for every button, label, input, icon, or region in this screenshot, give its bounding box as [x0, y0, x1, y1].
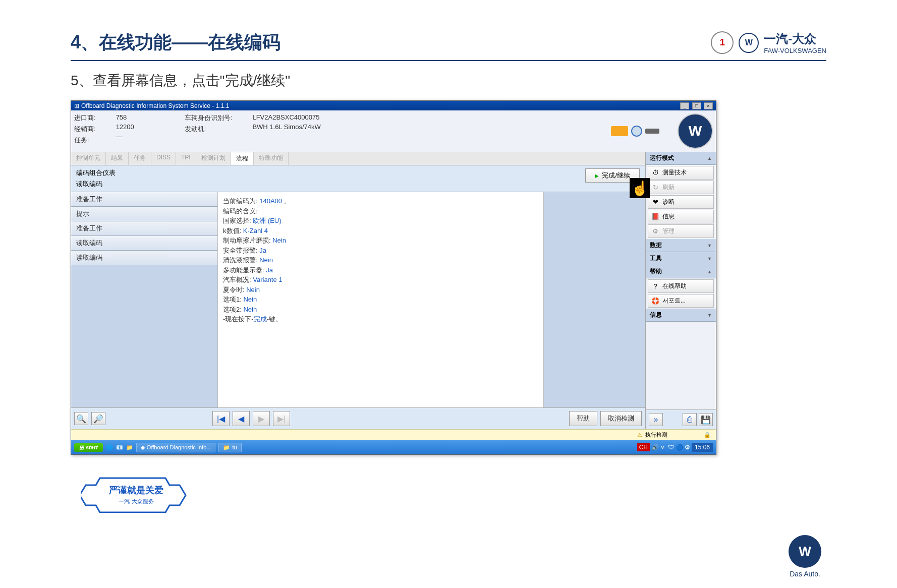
mode-header[interactable]: 运行模式 ▲: [646, 152, 716, 165]
detail-line: k数值: K-Zahl 4: [223, 226, 538, 236]
tab-0[interactable]: 控制单元: [71, 152, 106, 165]
taskbar-app[interactable]: 📁 tu: [218, 443, 241, 452]
side-mode-item[interactable]: 📕信息: [648, 210, 714, 223]
step-list: 准备工作提示准备工作读取编码读取编码: [71, 192, 217, 407]
quicklaunch-icon[interactable]: 📁: [126, 444, 133, 451]
app-icon: ◆: [141, 444, 145, 451]
side-item-label: 诊断: [662, 198, 675, 206]
tray-icon[interactable]: 🔵: [676, 444, 683, 451]
footer-vw-logo: W Das Auto.: [789, 535, 821, 578]
step-item[interactable]: 提示: [71, 207, 217, 221]
help-button[interactable]: 帮助: [569, 411, 597, 426]
engine-label: 发动机:: [185, 125, 233, 134]
warning-text: 执行检测: [645, 431, 667, 439]
globe-icon[interactable]: [631, 126, 642, 137]
side-mode-item[interactable]: ⏱测量技术: [648, 166, 714, 180]
mode-header-label: 运行模式: [650, 154, 674, 162]
detail-line: 夏令时: Nein: [223, 285, 538, 295]
tray-icon[interactable]: 🛡: [668, 444, 674, 451]
windows-taskbar[interactable]: ⊞ start 🌐 📧 📁 ◆ Offboard Diagnostic Info…: [71, 440, 716, 454]
tab-5[interactable]: 检测计划: [196, 152, 231, 165]
task-label: 任务:: [74, 136, 96, 145]
zoom-out-button[interactable]: 🔍: [74, 412, 88, 425]
side-icon: 📕: [651, 213, 659, 221]
svg-text:严谨就是关爱: 严谨就是关爱: [108, 485, 163, 495]
nav-last-button[interactable]: ▶|: [273, 411, 290, 426]
chevron-icon: ▲: [707, 156, 712, 161]
tray-icon[interactable]: ⚙: [685, 444, 690, 451]
side-mode-item[interactable]: ⚙管理: [648, 224, 714, 238]
nav-first-button[interactable]: |◀: [212, 411, 230, 426]
tab-1[interactable]: 结果: [106, 152, 129, 165]
zoom-in-button[interactable]: 🔎: [91, 412, 105, 425]
side-help-item[interactable]: ?在线帮助: [648, 279, 714, 293]
help-header[interactable]: 帮助 ▲: [646, 265, 716, 278]
side-item-label: 测量技术: [662, 168, 687, 177]
expand-button[interactable]: »: [649, 413, 663, 426]
tab-2[interactable]: 任务: [129, 152, 151, 165]
save-button[interactable]: 💾: [699, 413, 713, 426]
side-mode-item[interactable]: ↻刷新: [648, 181, 714, 194]
main-pane: 控制单元结果任务DISSTPI检测计划流程特殊功能 编码组合仪表 读取编码 ▶ …: [71, 152, 645, 429]
data-header[interactable]: 数据 ▼: [646, 239, 716, 252]
quicklaunch-icon[interactable]: 🌐: [106, 444, 113, 451]
side-help-item[interactable]: 🛟서포트...: [648, 294, 714, 308]
minimize-button[interactable]: _: [680, 102, 689, 109]
detail-line: 清洗液报警: Nein: [223, 255, 538, 265]
app-label: Offboard Diagnostic Info...: [147, 444, 211, 450]
detail-line: 汽车概况: Variante 1: [223, 275, 538, 285]
window-controls: _ □ ×: [679, 102, 713, 109]
clock[interactable]: 15:06: [692, 443, 713, 452]
dealer-label: 经销商:: [74, 125, 96, 134]
taskbar-app[interactable]: ◆ Offboard Diagnostic Info...: [136, 443, 216, 452]
svg-text:一汽-大众服务: 一汽-大众服务: [119, 498, 154, 504]
step-item[interactable]: 准备工作: [71, 221, 217, 236]
quicklaunch-icon[interactable]: 📧: [116, 444, 123, 451]
nav-prev-button[interactable]: ◀: [233, 411, 250, 426]
key-icon[interactable]: [645, 129, 659, 134]
side-icon: ⏱: [651, 169, 659, 177]
car-icon[interactable]: [611, 126, 628, 136]
tray-icon[interactable]: ᯤ: [660, 444, 666, 451]
side-mode-item[interactable]: ❤诊断: [648, 195, 714, 209]
subheader-line1: 编码组合仪表: [76, 168, 116, 178]
cancel-test-button[interactable]: 取消检测: [600, 411, 642, 426]
chevron-icon: ▼: [707, 256, 712, 261]
windows-icon: ⊞: [79, 444, 84, 451]
maximize-button[interactable]: □: [692, 102, 701, 109]
info-header-label: 信息: [650, 311, 662, 319]
start-button[interactable]: ⊞ start: [74, 443, 103, 452]
tab-6[interactable]: 流程: [231, 152, 254, 165]
tab-4[interactable]: TPI: [176, 152, 196, 165]
bottom-toolbar: 🔍 🔎 |◀ ◀ ▶ ▶| 帮助 取消检测: [71, 407, 645, 429]
detail-line: -现在按下-完成-键。: [223, 314, 538, 324]
brand-logo-group: 1 W 一汽-大众 FAW-VOLKSWAGEN: [711, 31, 826, 54]
folder-icon: 📁: [223, 444, 230, 451]
system-tray[interactable]: CH 🔊 ᯤ 🛡 🔵 ⚙ 15:06: [637, 443, 713, 452]
lang-indicator[interactable]: CH: [637, 443, 650, 451]
tool-header[interactable]: 工具 ▼: [646, 252, 716, 265]
info-header[interactable]: 信息 ▼: [646, 309, 716, 322]
footer-badge: 严谨就是关爱 一汽-大众服务: [81, 475, 192, 515]
detail-line: 制动摩擦片磨损: Nein: [223, 236, 538, 246]
detail-line: 国家选择: 欧洲 (EU): [223, 216, 538, 226]
step-item[interactable]: 准备工作: [71, 192, 217, 207]
window-title: Offboard Diagnostic Information System S…: [79, 102, 679, 109]
print-button[interactable]: ⎙: [683, 413, 697, 426]
start-label: start: [86, 444, 98, 450]
tray-icon[interactable]: 🔊: [651, 444, 659, 451]
close-button[interactable]: ×: [704, 102, 713, 109]
vin-value: LFV2A2BSXC4000075: [252, 113, 320, 121]
tab-7[interactable]: 特殊功能: [254, 152, 289, 165]
step-item[interactable]: 读取编码: [71, 236, 217, 251]
tab-3[interactable]: DISS: [151, 152, 176, 165]
warning-bar: ⚠ 执行检测 🔒: [71, 429, 716, 440]
task-value: —: [116, 133, 134, 140]
nav-next-button[interactable]: ▶: [253, 411, 270, 426]
window-titlebar[interactable]: ⊞ Offboard Diagnostic Information System…: [71, 101, 716, 110]
step-item[interactable]: 读取编码: [71, 251, 217, 265]
side-item-label: 刷新: [662, 183, 675, 192]
brand-text: 一汽-大众: [764, 31, 826, 47]
brand-subtext: FAW-VOLKSWAGEN: [764, 47, 826, 54]
dealer-value: 12200: [116, 123, 134, 131]
